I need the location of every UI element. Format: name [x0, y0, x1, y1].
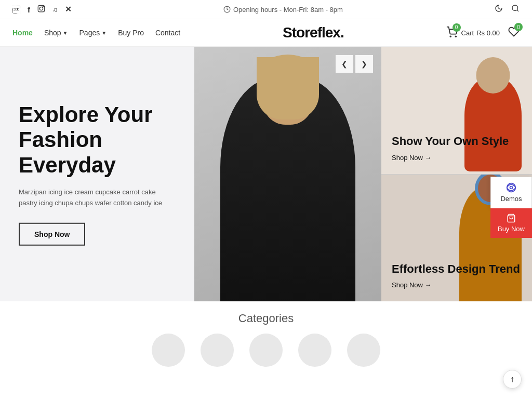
hero-main: Explore Your Fashion Everyday Marzipan i… [0, 47, 381, 301]
nav-buypro[interactable]: Buy Pro [118, 29, 144, 37]
promo-card-1: Show Your Own Style Shop Now → [381, 47, 532, 174]
category-item[interactable] [152, 334, 185, 367]
category-item[interactable] [347, 334, 380, 367]
svg-point-6 [450, 36, 451, 37]
shop-now-button[interactable]: Shop Now [19, 223, 85, 246]
category-circle [152, 334, 185, 367]
logo[interactable]: Storeflex. [283, 24, 344, 41]
search-icon[interactable] [511, 4, 520, 15]
hero-description: Marzipan icing ice cream cupcake carrot … [19, 187, 164, 209]
promo-link-1[interactable]: Shop Now → [392, 154, 522, 162]
navbar: Home Shop ▼ Pages ▼ Buy Pro Contact Stor… [0, 19, 532, 47]
nav-right: 0 Cart Rs 0.00 0 [446, 26, 520, 39]
wishlist-badge: 0 [514, 23, 523, 31]
hero-section: Explore Your Fashion Everyday Marzipan i… [0, 47, 532, 301]
floating-panel: Demos Buy Now [490, 177, 532, 238]
nav-shop[interactable]: Shop ▼ [44, 29, 68, 37]
category-circle [298, 334, 331, 367]
facebook-icon[interactable]:  [12, 5, 20, 14]
cart-badge: 0 [453, 23, 461, 32]
next-arrow[interactable]: ❯ [355, 55, 373, 73]
wishlist-button[interactable]: 0 [508, 26, 520, 39]
social-icons:  f ♫ ✕ [12, 5, 72, 14]
svg-point-2 [43, 6, 43, 7]
demos-button[interactable]: Demos [490, 177, 532, 208]
promo-cards: Show Your Own Style Shop Now → Effortles… [381, 47, 532, 301]
cart-button[interactable]: 0 Cart Rs 0.00 [446, 26, 500, 39]
svg-point-4 [512, 5, 518, 11]
instagram-icon[interactable] [37, 5, 45, 14]
hero-image [194, 47, 381, 301]
svg-point-9 [510, 187, 512, 189]
nav-contact[interactable]: Contact [155, 29, 180, 37]
facebook-icon[interactable]: f [28, 5, 30, 14]
categories-row [12, 334, 520, 367]
hero-title: Explore Your Fashion Everyday [19, 102, 164, 178]
promo-title-1: Show Your Own Style [392, 135, 522, 148]
category-circle [249, 334, 283, 367]
cart-price: Rs 0.00 [476, 29, 500, 37]
buy-now-label: Buy Now [498, 225, 525, 233]
scroll-to-top-button[interactable]: ↑ [503, 370, 522, 389]
slider-arrows: ❮ ❯ [336, 55, 373, 73]
category-item[interactable] [201, 334, 234, 367]
x-twitter-icon[interactable]: ✕ [65, 5, 72, 14]
category-item[interactable] [298, 334, 331, 367]
svg-point-1 [39, 7, 43, 10]
nav-links: Home Shop ▼ Pages ▼ Buy Pro Contact [12, 29, 180, 37]
svg-line-5 [517, 10, 518, 11]
top-bar:  f ♫ ✕ Opening hours - Mon-Fri: 8am - 8… [0, 0, 532, 19]
cart-label: Cart [461, 29, 474, 37]
promo-link-2[interactable]: Shop Now → [392, 281, 522, 289]
nav-pages[interactable]: Pages ▼ [79, 29, 107, 37]
category-circle [347, 334, 380, 367]
demos-label: Demos [500, 195, 522, 203]
promo-title-2: Effortless Design Trend [392, 262, 522, 276]
svg-point-7 [455, 36, 456, 37]
opening-hours: Opening hours - Mon-Fri: 8am - 8pm [223, 6, 343, 14]
category-item[interactable] [249, 334, 283, 367]
prev-arrow[interactable]: ❮ [336, 55, 353, 73]
buy-now-button[interactable]: Buy Now [490, 208, 532, 238]
categories-title: Categories [12, 312, 520, 325]
top-right-icons [495, 4, 520, 15]
hero-content: Explore Your Fashion Everyday Marzipan i… [19, 102, 164, 246]
svg-rect-0 [38, 5, 45, 12]
category-circle [201, 334, 234, 367]
nav-home[interactable]: Home [12, 29, 33, 37]
tiktok-icon[interactable]: ♫ [52, 6, 58, 14]
dark-mode-icon[interactable] [495, 4, 503, 15]
categories-section: Categories [0, 301, 532, 372]
